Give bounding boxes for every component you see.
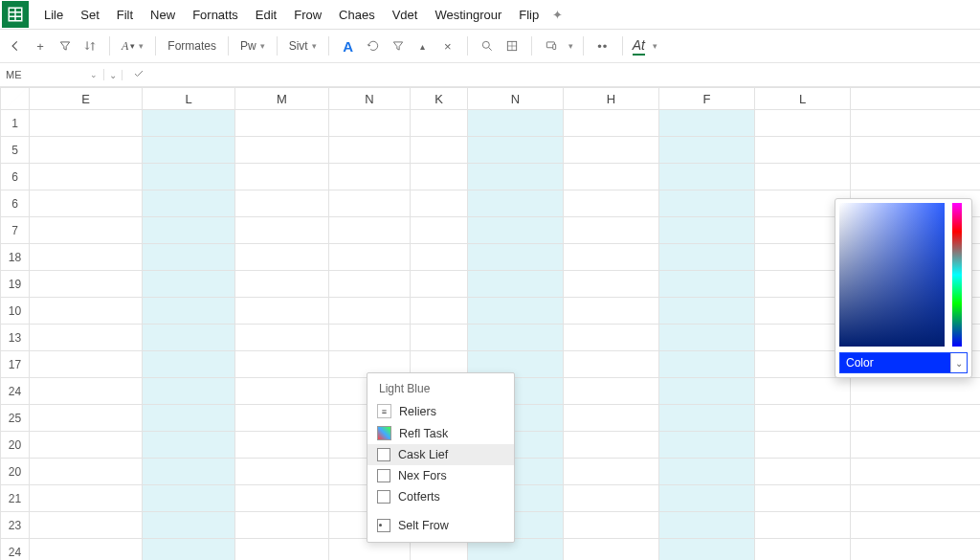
back-icon[interactable] — [6, 36, 25, 56]
col-header[interactable]: M — [235, 88, 329, 110]
cell[interactable] — [235, 539, 329, 561]
row-header[interactable]: 23 — [1, 512, 30, 539]
color-field[interactable]: Color ⌄ — [839, 352, 968, 373]
col-header[interactable]: L — [755, 88, 851, 110]
cell[interactable] — [329, 325, 411, 351]
cell[interactable] — [30, 110, 143, 137]
menu-add-icon[interactable]: ✦ — [546, 4, 568, 26]
cell[interactable] — [30, 432, 143, 459]
cell[interactable] — [143, 137, 235, 164]
cell[interactable] — [659, 217, 755, 244]
chevron-down-icon[interactable]: ⌄ — [950, 353, 967, 372]
select-all-corner[interactable] — [1, 88, 30, 110]
cell[interactable] — [235, 110, 329, 137]
cell[interactable] — [143, 512, 235, 539]
cell[interactable] — [755, 459, 851, 485]
cell[interactable] — [30, 217, 143, 244]
cell[interactable] — [468, 298, 564, 325]
context-item[interactable]: Cotferts — [368, 486, 514, 507]
cell[interactable] — [659, 432, 755, 459]
cell[interactable] — [329, 190, 411, 217]
cell[interactable] — [30, 351, 143, 378]
menu-chaes[interactable]: Chaes — [331, 4, 383, 26]
col-header[interactable]: N — [329, 88, 411, 110]
menu-filt[interactable]: Filt — [109, 4, 141, 26]
cell[interactable] — [411, 244, 468, 271]
cell[interactable] — [564, 110, 659, 137]
col-header[interactable]: F — [659, 88, 755, 110]
cell[interactable] — [30, 378, 143, 405]
menu-set[interactable]: Set — [73, 4, 107, 26]
cell[interactable] — [659, 485, 755, 512]
cell[interactable] — [235, 432, 329, 459]
context-item[interactable]: Refl Task — [368, 422, 514, 444]
cell[interactable] — [329, 137, 411, 164]
at-button[interactable]: At — [633, 37, 645, 56]
cell[interactable] — [851, 539, 981, 561]
col-header[interactable]: E — [30, 88, 143, 110]
cell[interactable] — [235, 190, 329, 217]
cell[interactable] — [468, 271, 564, 298]
cell[interactable] — [564, 459, 659, 485]
cell[interactable] — [851, 137, 981, 164]
cell[interactable] — [143, 459, 235, 485]
refresh-icon[interactable] — [364, 36, 383, 56]
cell[interactable] — [30, 459, 143, 485]
fx-dropdown[interactable]: ⌄ — [104, 70, 122, 80]
cell[interactable] — [235, 217, 329, 244]
cell[interactable] — [468, 137, 564, 164]
cell[interactable] — [659, 378, 755, 405]
cell[interactable] — [851, 110, 981, 137]
row-header[interactable]: 20 — [1, 459, 30, 485]
col-header[interactable]: K — [411, 88, 468, 110]
cell[interactable] — [143, 351, 235, 378]
dropdown-icon[interactable]: ▴ — [413, 36, 433, 56]
cell[interactable] — [564, 432, 659, 459]
cell[interactable] — [30, 539, 143, 561]
row-header[interactable]: 6 — [1, 164, 30, 190]
cell[interactable] — [329, 271, 411, 298]
menu-fornatts[interactable]: Fornatts — [185, 4, 246, 26]
cell[interactable] — [468, 110, 564, 137]
cell[interactable] — [659, 110, 755, 137]
cell[interactable] — [235, 325, 329, 351]
cell[interactable] — [143, 271, 235, 298]
cell[interactable] — [329, 110, 411, 137]
cell[interactable] — [30, 271, 143, 298]
cell[interactable] — [659, 539, 755, 561]
row-header[interactable]: 5 — [1, 137, 30, 164]
cell[interactable] — [235, 378, 329, 405]
cell[interactable] — [755, 110, 851, 137]
row-header[interactable]: 7 — [1, 217, 30, 244]
context-item[interactable]: ≡Reliers — [368, 400, 514, 422]
row-header[interactable]: 24 — [1, 378, 30, 405]
close-icon[interactable]: × — [438, 36, 457, 56]
cell[interactable] — [564, 271, 659, 298]
cell[interactable] — [564, 512, 659, 539]
cell[interactable] — [235, 137, 329, 164]
row-header[interactable]: 18 — [1, 244, 30, 271]
col-header[interactable]: H — [564, 88, 659, 110]
spreadsheet-grid[interactable]: ELMNKNHFL15667181910131724252020212324 L… — [0, 87, 980, 560]
cell[interactable] — [30, 298, 143, 325]
cell[interactable] — [659, 405, 755, 432]
row-header[interactable]: 21 — [1, 485, 30, 512]
row-header[interactable]: 10 — [1, 298, 30, 325]
cell[interactable] — [30, 164, 143, 190]
chevron-down-icon[interactable]: ▾ — [568, 41, 573, 51]
color-canvas[interactable] — [839, 203, 945, 347]
cell[interactable] — [143, 432, 235, 459]
cell[interactable] — [564, 485, 659, 512]
menu-frow[interactable]: Frow — [286, 4, 329, 26]
cell[interactable] — [30, 325, 143, 351]
cell[interactable] — [659, 190, 755, 217]
cell[interactable] — [755, 378, 851, 405]
context-item[interactable]: Selt Frow — [368, 515, 514, 536]
cell[interactable] — [143, 539, 235, 561]
cell[interactable] — [329, 244, 411, 271]
cell[interactable] — [564, 137, 659, 164]
formates-button[interactable]: Formates — [166, 36, 218, 56]
row-header[interactable]: 19 — [1, 271, 30, 298]
cell[interactable] — [143, 217, 235, 244]
cell[interactable] — [329, 164, 411, 190]
